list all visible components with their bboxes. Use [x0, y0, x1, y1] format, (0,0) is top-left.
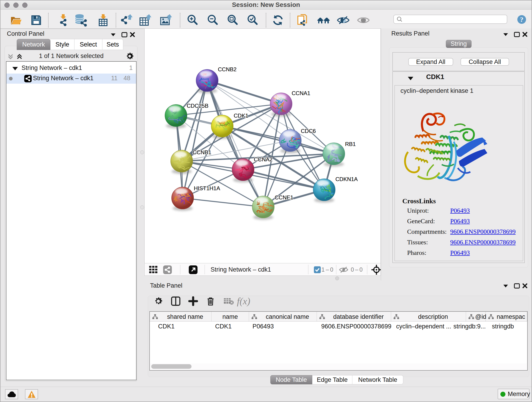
svg-text:CDC25B: CDC25B: [187, 103, 209, 109]
svg-text:?: ?: [520, 16, 524, 23]
svg-text:CCNB2: CCNB2: [218, 66, 236, 72]
svg-text:CCNB1: CCNB1: [193, 149, 211, 155]
svg-text:CCNE1: CCNE1: [275, 194, 293, 201]
svg-text:CDC6: CDC6: [301, 128, 316, 134]
svg-text:CDK1: CDK1: [234, 113, 248, 119]
svg-text:CDKN1A: CDKN1A: [336, 176, 358, 182]
svg-text:CCNA1: CCNA1: [292, 90, 310, 96]
svg-text:RB1: RB1: [345, 141, 356, 147]
svg-text:HIST1H1A: HIST1H1A: [194, 185, 220, 191]
svg-text:CCNA2: CCNA2: [254, 156, 272, 162]
